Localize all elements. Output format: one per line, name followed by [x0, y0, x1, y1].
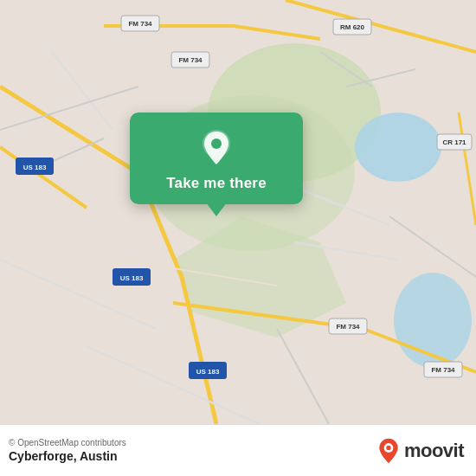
svg-point-4: [355, 113, 441, 182]
svg-text:US 183: US 183: [23, 164, 47, 171]
map-background: US 183 US 183 US 183 FM 734 FM 734 RM 62…: [0, 0, 476, 424]
osm-attribution: © OpenStreetMap contributors: [9, 438, 126, 447]
svg-text:US 183: US 183: [196, 368, 220, 376]
svg-point-50: [386, 445, 390, 449]
svg-text:FM 734: FM 734: [431, 366, 455, 374]
svg-text:FM 734: FM 734: [128, 20, 152, 28]
moovit-pin-icon: [376, 437, 401, 465]
svg-point-5: [394, 273, 472, 368]
svg-text:RM 620: RM 620: [340, 23, 365, 31]
svg-text:US 183: US 183: [120, 274, 144, 282]
moovit-logo: moovit: [376, 437, 464, 465]
svg-text:FM 734: FM 734: [178, 56, 203, 64]
place-name: Cyberforge, Austin: [9, 449, 126, 463]
svg-text:FM 734: FM 734: [336, 323, 360, 331]
popup-label: Take me there: [166, 175, 267, 192]
moovit-brand-text: moovit: [404, 440, 464, 462]
map-container: US 183 US 183 US 183 FM 734 FM 734 RM 62…: [0, 0, 476, 424]
popup-card[interactable]: Take me there: [130, 113, 303, 204]
svg-text:CR 171: CR 171: [442, 138, 466, 146]
location-pin-icon: [197, 128, 235, 166]
svg-point-48: [211, 138, 222, 149]
bottom-left-info: © OpenStreetMap contributors Cyberforge,…: [9, 438, 126, 463]
bottom-bar: © OpenStreetMap contributors Cyberforge,…: [0, 424, 476, 476]
